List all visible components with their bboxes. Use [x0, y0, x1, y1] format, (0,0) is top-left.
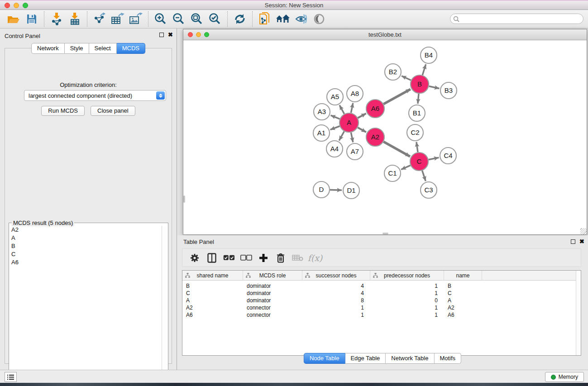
graph-node-C[interactable]: C	[410, 152, 428, 171]
network-close-button[interactable]	[188, 32, 193, 37]
search-input[interactable]	[461, 16, 574, 22]
add-column-button[interactable]	[255, 250, 272, 266]
graph-node-C3[interactable]: C3	[421, 182, 437, 198]
float-table-panel-icon[interactable]	[571, 239, 575, 244]
import-network-button[interactable]	[48, 11, 66, 27]
network-zoom-button[interactable]	[204, 32, 209, 37]
graph-edge-A-A8[interactable]	[351, 103, 353, 113]
close-panel-icon[interactable]: ✖	[168, 33, 173, 37]
select-all-columns-button[interactable]	[220, 250, 238, 266]
zoom-selected-button[interactable]	[206, 11, 224, 27]
table-row[interactable]: A2connector11A2	[182, 304, 581, 311]
column-header-predecessor-nodes[interactable]: predecessor nodes	[370, 271, 444, 281]
export-table-button[interactable]	[109, 11, 127, 27]
task-history-button[interactable]	[5, 372, 17, 382]
graph-node-A6[interactable]: A6	[366, 100, 384, 118]
table-vertical-scrollbar[interactable]	[576, 271, 581, 355]
network-window-titlebar[interactable]: testGlobe.txt	[183, 29, 587, 40]
graph-edge-C-C2[interactable]	[416, 142, 418, 152]
criterion-dropdown[interactable]: largest connected component (directed)	[24, 90, 166, 101]
table-row[interactable]: A6connector11A6	[182, 311, 581, 319]
delete-column-button[interactable]	[272, 250, 289, 266]
network-horizontal-scrollbar[interactable]	[382, 233, 388, 234]
graph-edge-A-A2[interactable]	[358, 128, 366, 132]
deselect-all-columns-button[interactable]	[238, 250, 255, 266]
graph-edge-B-B2[interactable]	[402, 76, 411, 81]
graph-edge-C-C4[interactable]	[429, 157, 439, 160]
table-settings-button[interactable]	[186, 250, 203, 266]
tab-motifs[interactable]: Motifs	[434, 353, 461, 364]
graph-node-B1[interactable]: B1	[409, 105, 425, 121]
graph-edge-B-B1[interactable]	[418, 94, 419, 104]
tab-network-table[interactable]: Network Table	[386, 353, 434, 364]
graph-edge-B-B4[interactable]	[422, 64, 425, 75]
graph-node-A3[interactable]: A3	[314, 104, 330, 120]
graph-node-D1[interactable]: D1	[343, 182, 359, 199]
network-vertical-scrollbar[interactable]	[183, 195, 185, 203]
graph-node-B[interactable]: B	[411, 75, 429, 93]
mcds-result-item[interactable]: B	[10, 242, 162, 250]
graph-edge-A-A1[interactable]	[330, 126, 340, 130]
float-panel-icon[interactable]	[159, 33, 164, 37]
node-table[interactable]: shared nameMCDS rolesuccessor nodesprede…	[182, 270, 581, 356]
mcds-result-item[interactable]: A2	[10, 226, 162, 234]
mcds-result-item[interactable]: A	[10, 234, 162, 242]
tab-mcds[interactable]: MCDS	[117, 43, 145, 54]
graph-node-A4[interactable]: A4	[326, 141, 343, 157]
zoom-out-button[interactable]	[170, 11, 188, 27]
duplicate-network-button[interactable]	[256, 11, 274, 27]
minimize-window-button[interactable]	[14, 3, 19, 8]
export-network-button[interactable]	[91, 11, 109, 27]
graph-edge-A-A4[interactable]	[339, 131, 344, 140]
run-mcds-button[interactable]: Run MCDS	[41, 106, 85, 116]
import-table-button[interactable]	[66, 11, 84, 27]
graph-node-D[interactable]: D	[313, 181, 330, 198]
table-row[interactable]: Adominator80A	[182, 297, 581, 304]
home-layout-button[interactable]	[274, 11, 292, 27]
graph-edge-C-C1[interactable]	[401, 165, 411, 169]
graph-edge-D-D1[interactable]	[330, 190, 342, 191]
graph-edge-A2-C[interactable]	[383, 142, 410, 157]
show-all-button[interactable]	[310, 11, 328, 27]
graph-edge-A-A6[interactable]	[358, 114, 366, 118]
window-resize-grip[interactable]	[580, 228, 587, 234]
graph-edge-A-A5[interactable]	[339, 105, 344, 114]
memory-button[interactable]: Memory	[545, 372, 584, 382]
close-table-panel-icon[interactable]: ✖	[579, 239, 584, 244]
network-minimize-button[interactable]	[196, 32, 201, 37]
network-canvas[interactable]: AA1A2A3A4A5A6A7A8BB1B2B3B4CC1C2C3C4DD1	[183, 41, 587, 234]
mcds-result-item[interactable]: A6	[10, 258, 162, 267]
tab-style[interactable]: Style	[65, 43, 89, 54]
graph-node-A8[interactable]: A8	[347, 86, 363, 102]
function-builder-button[interactable]: f(x)	[306, 250, 324, 266]
search-field[interactable]	[450, 14, 583, 24]
column-header-MCDS-role[interactable]: MCDS role	[243, 271, 302, 281]
mcds-result-scrollbar[interactable]	[162, 226, 167, 376]
graph-edge-A-A7[interactable]	[351, 133, 353, 143]
graph-node-C4[interactable]: C4	[440, 148, 456, 164]
column-header-successor-nodes[interactable]: successor nodes	[302, 271, 370, 281]
hide-selected-button[interactable]	[292, 11, 310, 27]
graph-node-A1[interactable]: A1	[313, 125, 330, 141]
tab-node-table[interactable]: Node Table	[304, 353, 345, 364]
table-row[interactable]: Cdominator41C	[182, 290, 581, 297]
graph-node-B2[interactable]: B2	[385, 64, 401, 80]
refresh-view-button[interactable]	[231, 11, 249, 27]
save-session-button[interactable]	[23, 11, 41, 27]
zoom-in-button[interactable]	[152, 11, 170, 27]
zoom-window-button[interactable]	[23, 3, 28, 8]
close-panel-button[interactable]: Close panel	[91, 106, 135, 116]
graph-node-A[interactable]: A	[339, 113, 359, 132]
network-graph[interactable]: AA1A2A3A4A5A6A7A8BB1B2B3B4CC1C2C3C4DD1	[183, 41, 587, 234]
graph-node-C2[interactable]: C2	[407, 124, 423, 141]
tab-edge-table[interactable]: Edge Table	[345, 353, 386, 364]
open-session-button[interactable]	[5, 11, 23, 27]
close-window-button[interactable]	[5, 3, 10, 8]
table-row[interactable]: Bdominator41B	[182, 282, 581, 290]
graph-node-C1[interactable]: C1	[384, 165, 401, 181]
graph-node-B3[interactable]: B3	[440, 82, 457, 99]
delete-table-button[interactable]	[289, 250, 306, 266]
column-header-shared-name[interactable]: shared name	[182, 271, 243, 281]
graph-node-A5[interactable]: A5	[327, 89, 343, 105]
graph-edge-B-B3[interactable]	[429, 86, 440, 88]
